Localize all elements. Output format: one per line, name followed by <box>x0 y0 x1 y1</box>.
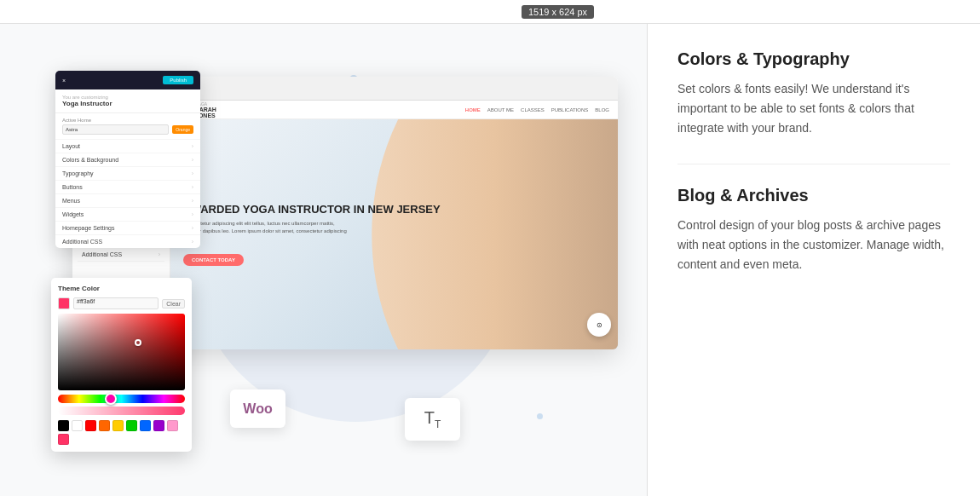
color-clear-btn[interactable]: Clear <box>162 299 185 309</box>
color-hex-input[interactable]: #ff3a6f <box>73 297 159 309</box>
color-swatch[interactable] <box>58 297 70 309</box>
menu-panel-homepage[interactable]: Homepage Settings› <box>55 222 200 235</box>
swatch-orange[interactable] <box>99 420 110 431</box>
browser-main-content: ✿ DAGA SARAHJONES HOME ABOUT ME CLASSES … <box>170 101 618 349</box>
section-blog-archives: Blog & Archives Control design of your b… <box>677 186 950 274</box>
menu-panel-typography[interactable]: Typography› <box>55 167 200 181</box>
swatch-green[interactable] <box>126 420 137 431</box>
swatch-black[interactable] <box>58 420 69 431</box>
menu-panel-css[interactable]: Additional CSS› <box>55 235 200 248</box>
customizer-panel-title: × <box>62 78 66 84</box>
color-picker-title: Theme Color <box>58 285 185 292</box>
hue-thumb <box>105 393 117 405</box>
woo-text: Woo <box>243 401 272 417</box>
woo-badge: Woo <box>230 389 285 428</box>
left-panel: You are customizing Yoga Instructor Acti… <box>0 24 648 496</box>
site-nav-links: HOME ABOUT ME CLASSES PUBLICATIONS BLOG <box>465 107 609 112</box>
nav-about[interactable]: ABOUT ME <box>487 107 514 112</box>
nav-home[interactable]: HOME <box>465 107 481 112</box>
menu-panel-menus[interactable]: Menus› <box>55 194 200 208</box>
menu-panel-widgets[interactable]: Widgets› <box>55 208 200 222</box>
customizing-name: Yoga Instructor <box>62 100 193 107</box>
color-picker-input-row: #ff3a6f Clear <box>58 297 185 309</box>
color-swatches <box>58 420 185 445</box>
speed-badge: ⊙ <box>587 313 611 337</box>
right-panel: Colors & Typography Set colors & fonts e… <box>648 24 980 496</box>
section-blog-title: Blog & Archives <box>677 186 950 205</box>
swatch-blue[interactable] <box>140 420 151 431</box>
swatch-pink-light[interactable] <box>167 420 178 431</box>
customizer-panel: × Publish You are customizing Yoga Instr… <box>55 71 200 248</box>
tt-badge: TT <box>405 398 460 441</box>
menu-label-css: Additional CSS <box>82 251 122 257</box>
active-home-panel-label: Active Home <box>62 118 193 123</box>
menu-panel-buttons[interactable]: Buttons› <box>55 181 200 194</box>
section-blog-body: Control design of your blog posts & arch… <box>677 216 950 274</box>
swatch-red[interactable] <box>85 420 96 431</box>
menu-panel-colors[interactable]: Colors & Background› <box>55 153 200 167</box>
nav-classes[interactable]: CLASSES <box>521 107 545 112</box>
nav-publications[interactable]: PUBLICATIONS <box>551 107 589 112</box>
active-home-panel-value[interactable]: Astra <box>62 124 169 135</box>
menu-panel-layout[interactable]: Layout› <box>55 140 200 153</box>
color-picker-card: Theme Color #ff3a6f Clear <box>51 278 192 452</box>
orange-panel-btn[interactable]: Orange <box>172 125 193 134</box>
tt-text: TT <box>424 408 441 430</box>
site-nav: ✿ DAGA SARAHJONES HOME ABOUT ME CLASSES … <box>170 101 618 119</box>
hero-content: AWARDED YOGA INSTRUCTOR IN NEW JERSEY Co… <box>170 190 453 280</box>
swatch-white[interactable] <box>72 420 83 431</box>
swatch-purple[interactable] <box>153 420 164 431</box>
dimension-badge: 1519 x 624 px <box>522 5 594 19</box>
chevron-right-icon: › <box>159 251 160 257</box>
nav-blog[interactable]: BLOG <box>595 107 609 112</box>
hue-slider[interactable] <box>58 395 185 403</box>
section-divider <box>677 164 950 164</box>
menu-item-css[interactable]: Additional CSS › <box>78 248 164 262</box>
hero-cta-button[interactable]: CONTACT TODAY <box>183 254 244 266</box>
hero-body-text: Consectetur adipiscing elit elit tellus,… <box>183 220 354 243</box>
dot-decoration-2 <box>537 413 543 419</box>
customizer-publish-btn[interactable]: Publish <box>163 76 193 84</box>
customizer-menu: Layout› Colors & Background› Typography›… <box>55 140 200 248</box>
main-content: You are customizing Yoga Instructor Acti… <box>0 24 980 496</box>
ruler-bar: 1519 x 624 px <box>0 0 980 24</box>
section-colors-typography: Colors & Typography Set colors & fonts e… <box>677 49 950 138</box>
gradient-cursor <box>135 339 141 346</box>
section-colors-body: Set colors & fonts easily! We understand… <box>677 79 950 138</box>
swatch-pink[interactable] <box>58 434 69 445</box>
section-colors-title: Colors & Typography <box>677 49 950 69</box>
hero-title: AWARDED YOGA INSTRUCTOR IN NEW JERSEY <box>183 203 441 216</box>
alpha-slider[interactable] <box>58 407 185 415</box>
site-hero: AWARDED YOGA INSTRUCTOR IN NEW JERSEY Co… <box>170 119 618 349</box>
color-gradient-picker[interactable] <box>58 314 185 390</box>
swatch-yellow[interactable] <box>112 420 124 431</box>
